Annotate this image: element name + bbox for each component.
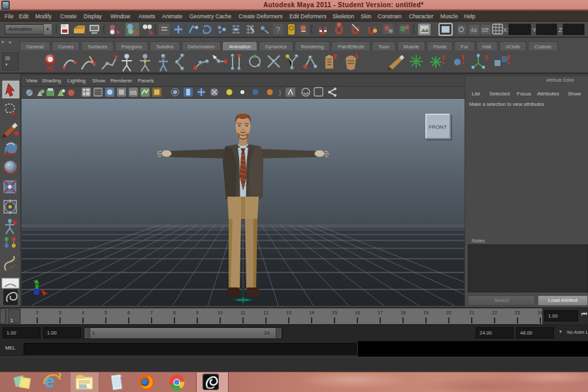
svg-text:6: 6 <box>127 310 130 315</box>
svg-text:10: 10 <box>218 310 223 315</box>
svg-text:23: 23 <box>515 310 520 315</box>
svg-text:88: 88 <box>130 90 137 96</box>
svg-text:12: 12 <box>263 310 269 315</box>
svg-text:4a: 4a <box>470 27 477 33</box>
svg-text:22: 22 <box>492 310 497 315</box>
svg-text:13: 13 <box>286 310 291 315</box>
svg-text:X:: X: <box>503 27 509 33</box>
svg-text:2: 2 <box>36 310 39 315</box>
svg-text:9: 9 <box>196 310 199 315</box>
svg-text:24: 24 <box>538 310 542 315</box>
svg-text:21: 21 <box>469 310 474 315</box>
svg-text:?: ? <box>276 25 280 35</box>
svg-text:18: 18 <box>400 310 406 315</box>
svg-text:Y: Y <box>532 27 536 33</box>
svg-text:5b: 5b <box>482 27 488 33</box>
svg-text:8: 8 <box>173 310 176 315</box>
svg-text:1: 1 <box>10 318 13 323</box>
svg-text:20: 20 <box>446 310 451 315</box>
svg-text:5: 5 <box>105 310 107 315</box>
svg-text:17: 17 <box>378 310 383 315</box>
svg-text:19: 19 <box>423 310 429 315</box>
svg-text:16: 16 <box>355 310 360 315</box>
svg-text:11: 11 <box>240 310 245 315</box>
svg-text:): ) <box>279 90 281 96</box>
svg-text:3: 3 <box>59 310 61 315</box>
svg-text:4: 4 <box>82 310 84 315</box>
svg-text:Y: Y <box>34 280 37 284</box>
svg-text:FRONT: FRONT <box>429 124 447 130</box>
svg-text:15: 15 <box>332 310 337 315</box>
svg-text:7: 7 <box>150 310 153 315</box>
svg-text:14: 14 <box>309 310 314 315</box>
